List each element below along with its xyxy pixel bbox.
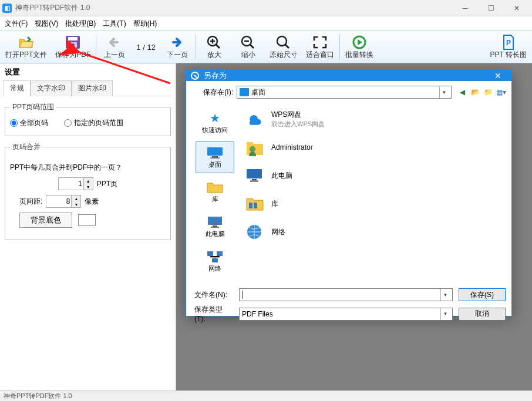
toolbar: 打开PPT文件 保存为PDF 上一页 1 / 12 下一页 放大 缩小 原始尺寸… (0, 31, 532, 63)
dialog-icon (191, 72, 199, 80)
back-icon[interactable]: ◀ (457, 87, 467, 97)
menu-file[interactable]: 文件(F) (5, 19, 28, 29)
list-item[interactable]: 库 (242, 190, 502, 218)
cancel-button[interactable]: 取消 (459, 308, 506, 321)
menu-batch[interactable]: 批处理(B) (65, 19, 96, 29)
dialog-file-list[interactable]: WPS网盘双击进入WPS网盘 Administrator 此电脑 库 网络 (238, 103, 506, 281)
minimize-button[interactable]: ─ (452, 0, 478, 16)
spinner-down[interactable]: ▼ (83, 184, 93, 190)
save-in-combo[interactable]: 桌面 ▼ (237, 86, 452, 99)
svg-rect-17 (212, 258, 218, 262)
filetype-label: 保存类型(T): (192, 305, 233, 323)
nav-quick-access[interactable]: ★ 快速访问 (196, 106, 234, 139)
svg-rect-11 (210, 157, 220, 159)
up-folder-icon[interactable]: 📂 (470, 87, 480, 97)
radio-specified-range[interactable]: 指定的页码范围 (64, 118, 123, 128)
save-pdf-button[interactable]: 保存为PDF (51, 31, 95, 63)
network-icon (206, 249, 224, 264)
fit-window-button[interactable]: 适合窗口 (302, 31, 338, 63)
new-folder-icon[interactable]: 📁 (483, 87, 493, 97)
filetype-combo[interactable]: PDF Files ▼ (239, 308, 453, 321)
spinner-down[interactable]: ▼ (71, 201, 80, 207)
menu-view[interactable]: 视图(V) (35, 19, 58, 29)
chevron-down-icon: ▼ (439, 86, 449, 98)
page-merge-legend: 页码合并 (10, 142, 43, 152)
list-item[interactable]: 此电脑 (242, 161, 502, 190)
pc-icon (244, 166, 265, 185)
radio-all-pages[interactable]: 全部页码 (10, 118, 48, 128)
page-range-legend: PPT页码范围 (10, 102, 56, 112)
radio-all-pages-input[interactable] (10, 119, 18, 127)
merge-question: PPT中每几页合并到PDF中的一页？ (10, 163, 166, 173)
original-size-button[interactable]: 原始尺寸 (265, 31, 302, 63)
dialog-title-bar[interactable]: 另存为 ✕ (186, 70, 511, 81)
spinner-up[interactable]: ▲ (71, 196, 80, 201)
svg-point-3 (71, 43, 75, 47)
background-color-button[interactable]: 背景底色 (19, 213, 72, 228)
settings-heading: 设置 (5, 67, 172, 77)
radio-specified-range-input[interactable] (64, 119, 72, 127)
tab-image-watermark[interactable]: 图片水印 (72, 80, 113, 96)
menu-help[interactable]: 帮助(H) (133, 19, 157, 29)
svg-rect-21 (250, 180, 258, 182)
filename-label: 文件名(N): (192, 290, 233, 300)
filename-input[interactable]: ▼ (239, 288, 453, 301)
ppt-to-long-image-button[interactable]: P PPT 转长图 (486, 31, 531, 63)
menu-tools[interactable]: 工具(T) (103, 19, 126, 29)
chevron-down-icon[interactable]: ▼ (440, 289, 450, 301)
page-range-group: PPT页码范围 全部页码 指定的页码范围 (5, 102, 171, 136)
nav-desktop[interactable]: 桌面 (196, 141, 234, 173)
zoom-in-button[interactable]: 放大 (197, 31, 231, 63)
dialog-close-button[interactable]: ✕ (489, 71, 507, 80)
svg-rect-19 (247, 169, 262, 178)
globe-icon (244, 223, 265, 241)
document-p-icon: P (502, 34, 515, 50)
svg-rect-16 (217, 251, 223, 256)
nav-libraries[interactable]: 库 (196, 176, 234, 208)
user-icon (244, 138, 265, 157)
batch-convert-button[interactable]: 批量转换 (341, 31, 378, 63)
spacing-label: 页间距: (19, 197, 42, 207)
list-item[interactable]: Administrator (242, 133, 502, 161)
folder-library-icon (244, 194, 265, 213)
save-icon (65, 34, 80, 50)
chevron-down-icon[interactable]: ▼ (440, 308, 450, 320)
app-title: 神奇PPT转PDF软件 1.0 (15, 3, 452, 13)
spinner-up[interactable]: ▲ (83, 178, 93, 184)
svg-rect-22 (249, 203, 252, 208)
close-button[interactable]: ✕ (504, 0, 530, 16)
star-icon: ★ (206, 110, 224, 126)
monitor-icon (206, 145, 224, 160)
svg-text:P: P (506, 39, 511, 47)
nav-network[interactable]: 网络 (196, 245, 234, 277)
svg-rect-15 (207, 251, 213, 256)
status-bar: 神奇PPT转PDF软件 1.0 (0, 390, 532, 401)
tab-general[interactable]: 常规 (4, 80, 31, 96)
prev-page-button[interactable]: 上一页 (97, 31, 132, 63)
nav-this-pc[interactable]: 此电脑 (196, 210, 234, 242)
dialog-title: 另存为 (204, 70, 489, 81)
folder-open-icon (18, 34, 35, 50)
pc-icon (206, 214, 224, 230)
menu-bar: 文件(F) 视图(V) 批处理(B) 工具(T) 帮助(H) (0, 16, 532, 31)
tab-text-watermark[interactable]: 文字水印 (31, 80, 72, 96)
open-ppt-button[interactable]: 打开PPT文件 (1, 31, 51, 63)
title-bar: ◧ 神奇PPT转PDF软件 1.0 ─ ☐ ✕ (0, 0, 532, 16)
fit-screen-icon (313, 34, 327, 50)
maximize-button[interactable]: ☐ (478, 0, 504, 16)
background-color-swatch[interactable] (78, 214, 96, 226)
toolbar-separator (96, 35, 96, 59)
list-item[interactable]: WPS网盘双击进入WPS网盘 (242, 105, 502, 133)
svg-point-6 (277, 36, 287, 46)
view-menu-icon[interactable]: ▦▾ (496, 87, 506, 97)
svg-rect-23 (254, 203, 257, 208)
save-button[interactable]: 保存(S) (459, 288, 506, 301)
next-page-button[interactable]: 下一页 (160, 31, 194, 63)
folder-icon (206, 180, 224, 195)
svg-rect-9 (207, 147, 223, 156)
magnifier-icon (276, 34, 291, 50)
app-icon: ◧ (2, 4, 12, 13)
svg-rect-20 (252, 179, 257, 180)
zoom-out-button[interactable]: 缩小 (231, 31, 265, 63)
list-item[interactable]: 网络 (242, 218, 502, 246)
